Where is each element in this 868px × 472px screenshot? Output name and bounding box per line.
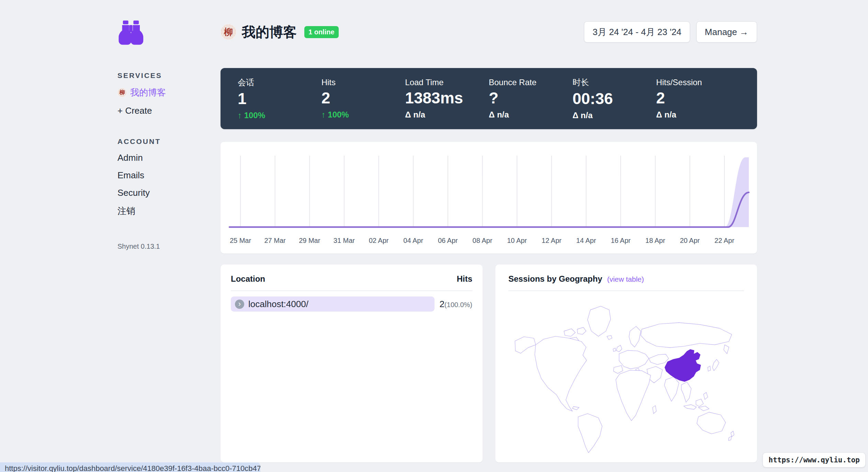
- country-se-asia: [681, 382, 691, 402]
- chart-x-tick: 31 Mar: [334, 237, 355, 244]
- traffic-chart-card: 25 Mar27 Mar29 Mar31 Mar02 Apr04 Apr06 A…: [221, 142, 757, 254]
- stat-delta: Δ n/a: [489, 110, 573, 120]
- country-alaska: [515, 337, 536, 353]
- country-japan: [712, 359, 719, 371]
- create-label: + Create: [117, 105, 152, 116]
- traffic-area-chart: 25 Mar27 Mar29 Mar31 Mar02 Apr04 Apr06 A…: [221, 142, 757, 254]
- location-title: Location: [231, 274, 265, 284]
- chart-x-tick: 08 Apr: [473, 237, 493, 244]
- country-uk: [616, 345, 622, 352]
- country-south-america: [578, 414, 602, 453]
- view-table-link[interactable]: (view table): [607, 275, 644, 283]
- stat-sessions: 会话 1 ↑ 100%: [238, 77, 322, 121]
- chart-x-tick: 14 Apr: [576, 237, 596, 244]
- service-avatar-large: 柳: [221, 24, 236, 40]
- country-india: [664, 377, 679, 401]
- country-iberia: [613, 366, 623, 373]
- chart-x-tick: 27 Mar: [264, 237, 286, 244]
- sidebar-item-service[interactable]: 柳 我的博客: [117, 87, 221, 99]
- stat-delta: ↑ 100%: [322, 110, 405, 120]
- chart-x-tick: 02 Apr: [369, 237, 389, 244]
- country-borneo: [696, 399, 703, 406]
- country-indonesia-1: [684, 405, 696, 409]
- country-arctic-1: [564, 329, 575, 336]
- country-russia: [641, 323, 732, 348]
- chart-x-tick: 20 Apr: [680, 237, 700, 244]
- country-greenland: [587, 306, 610, 336]
- chart-x-tick: 18 Apr: [645, 237, 665, 244]
- main-content: 柳 我的博客 1 online 3月 24 '24 - 4月 23 '24 Ma…: [221, 0, 757, 462]
- chart-x-tick: 06 Apr: [438, 237, 458, 244]
- world-map: [508, 296, 744, 459]
- chart-x-tick: 22 Apr: [714, 237, 734, 244]
- link-preview-statusbar: https://visitor.qyliu.top/dashboard/serv…: [0, 462, 260, 472]
- chart-x-tick: 12 Apr: [542, 237, 562, 244]
- country-new-zealand-2: [729, 436, 732, 440]
- location-row[interactable]: › localhost:4000/ 2(100.0%): [231, 296, 472, 312]
- country-scandinavia: [629, 326, 641, 347]
- date-range-picker[interactable]: 3月 24 '24 - 4月 23 '24: [584, 21, 690, 43]
- account-section-label: ACCOUNT: [117, 137, 221, 146]
- sidebar-item-security[interactable]: Security: [117, 188, 221, 198]
- country-caribbean: [573, 406, 579, 410]
- chart-x-tick: 29 Mar: [299, 237, 320, 244]
- country-east-russia: [724, 345, 729, 354]
- sidebar-item-logout[interactable]: 注销: [117, 205, 221, 217]
- country-australia: [697, 412, 726, 434]
- location-hits-header: Hits: [457, 274, 472, 284]
- sidebar-item-emails[interactable]: Emails: [117, 170, 221, 181]
- version-label: Shynet 0.13.1: [117, 243, 221, 250]
- location-panel: Location Hits › localhost:4000/ 2(100.0%…: [221, 265, 483, 462]
- sidebar-service-label: 我的博客: [130, 87, 166, 99]
- app-root: SERVICES 柳 我的博客 + Create ACCOUNT Admin E…: [0, 0, 868, 462]
- country-iceland: [607, 335, 612, 339]
- sessions-line-series: [229, 192, 749, 227]
- country-arctic-2: [577, 327, 586, 335]
- country-north-america: [535, 336, 587, 411]
- site-url-tooltip: https://www.qyliu.top: [763, 453, 865, 467]
- manage-button[interactable]: Manage →: [696, 21, 757, 43]
- country-europe: [619, 350, 649, 369]
- country-africa: [616, 370, 651, 421]
- shynet-binoculars-logo[interactable]: [117, 20, 144, 45]
- location-bar: › localhost:4000/: [231, 296, 435, 312]
- geography-title: Sessions by Geography: [508, 274, 602, 284]
- page-header: 柳 我的博客 1 online 3月 24 '24 - 4月 23 '24 Ma…: [221, 20, 757, 44]
- location-hit-count: 2(100.0%): [439, 299, 472, 310]
- country-central-asia: [649, 354, 669, 364]
- divider: [231, 291, 472, 291]
- country-ireland: [613, 348, 616, 351]
- stat-delta: Δ n/a: [573, 111, 656, 120]
- stat-hits-per-session: Hits/Session 2 Δ n/a: [656, 78, 740, 120]
- country-korea: [708, 366, 710, 371]
- geography-panel: Sessions by Geography (view table): [495, 265, 757, 462]
- country-china-highlighted: [665, 349, 701, 381]
- hits-area-series: [229, 157, 749, 227]
- country-indonesia-2: [698, 406, 709, 411]
- stats-bar: 会话 1 ↑ 100% Hits 2 ↑ 100% Load Time 1383…: [221, 68, 757, 129]
- stat-delta: Δ n/a: [656, 110, 740, 120]
- country-madagascar: [653, 406, 656, 414]
- chart-x-tick: 25 Mar: [230, 237, 251, 244]
- chart-x-tick: 04 Apr: [403, 237, 423, 244]
- country-philippines: [703, 392, 708, 400]
- stat-bounce-rate: Bounce Rate ? Δ n/a: [489, 78, 573, 120]
- stat-delta: Δ n/a: [405, 110, 489, 120]
- chevron-right-icon[interactable]: ›: [235, 300, 244, 309]
- divider: [508, 291, 744, 291]
- stat-load-time: Load Time 1383ms Δ n/a: [405, 78, 489, 120]
- sidebar: SERVICES 柳 我的博客 + Create ACCOUNT Admin E…: [117, 0, 221, 250]
- world-map-svg: [508, 296, 744, 459]
- services-section-label: SERVICES: [117, 71, 221, 80]
- sidebar-item-admin[interactable]: Admin: [117, 153, 221, 163]
- bottom-panels: Location Hits › localhost:4000/ 2(100.0%…: [221, 265, 757, 462]
- stat-hits: Hits 2 ↑ 100%: [322, 78, 405, 120]
- location-url: localhost:4000/: [248, 299, 308, 310]
- stat-duration: 时长 00:36 Δ n/a: [573, 77, 656, 121]
- stat-delta: ↑ 100%: [238, 111, 322, 120]
- chart-x-tick: 10 Apr: [507, 237, 527, 244]
- chart-x-tick: 16 Apr: [611, 237, 631, 244]
- sidebar-item-create[interactable]: + Create: [117, 105, 221, 116]
- page-title: 我的博客: [242, 23, 297, 42]
- service-avatar: 柳: [117, 88, 127, 97]
